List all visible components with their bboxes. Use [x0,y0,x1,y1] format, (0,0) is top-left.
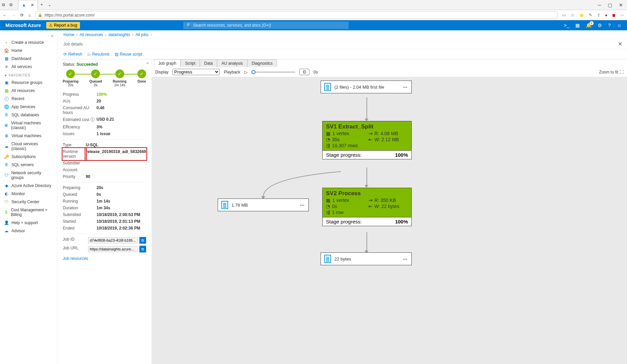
vm-icon: 🖥 [4,133,9,138]
new-tab-button[interactable]: + [40,2,46,8]
intermediate-file-node[interactable]: 1.78 MB⋯ [218,199,309,211]
crumb-allresources[interactable]: All resources [80,32,103,37]
share-icon[interactable]: ⇪ [597,13,600,18]
tab-group-icon2[interactable]: ⧉ [9,2,15,8]
playback-slider[interactable] [251,71,295,73]
input-file-node[interactable]: (2 files) - 2.04 MB first file⋯ [321,81,412,93]
tab-group-icon[interactable]: ⧉ [2,2,7,8]
node-menu-icon[interactable]: ⋯ [300,203,305,208]
nav-all-resources[interactable]: ▦All resources [0,87,57,95]
lock-icon: 🔒 [38,13,43,17]
nav-monitor[interactable]: ◐Monitor [0,190,57,198]
security-icon: 🛡 [4,200,9,204]
help-icon[interactable]: ? [608,23,611,28]
back-button[interactable]: ← [3,13,7,18]
tab-overflow-icon[interactable]: ⌄ [48,2,53,8]
job-url-field[interactable] [88,246,138,252]
resubmit-button[interactable]: ▷Resubmit [88,52,109,57]
nav-advisor[interactable]: ☁Advisor [0,227,57,235]
tab-au-analysis[interactable]: AU analysis [217,59,247,67]
display-select[interactable]: Progress [172,69,220,75]
node-menu-icon[interactable]: ⋯ [403,256,408,262]
tab-script[interactable]: Script [181,59,200,67]
notes-icon[interactable]: ✎ [589,13,592,18]
window-maximize[interactable]: ▢ [608,2,612,8]
nav-cost[interactable]: $Cost Management + Billing [0,206,57,219]
job-id-field[interactable] [88,237,138,243]
nav-security[interactable]: 🛡Security Center [0,198,57,206]
check-icon: ✓ [137,69,146,78]
favorites-bar-icon[interactable]: ⭐ [579,13,584,18]
forward-button[interactable]: → [11,13,16,18]
zoom-to-fit-button[interactable]: Zoom to fit ⛶ [599,70,624,74]
nav-home[interactable]: 🏠Home [0,47,57,55]
ext2-icon[interactable]: ◼ [612,13,616,18]
copy-icon[interactable]: ⧉ [139,237,146,244]
close-blade-button[interactable]: ✕ [618,41,622,47]
home-button[interactable]: ⌂ [28,13,31,18]
nav-dashboard[interactable]: ▦Dashboard [0,55,57,63]
summary-table-4: Job ID⧉ Job URL⧉ [63,236,146,253]
refresh-button[interactable]: ⟳ [20,13,24,18]
browser-tab[interactable]: ▲ ✕ [18,0,38,10]
graph-canvas[interactable]: (2 files) - 2.04 MB first file⋯ SV1 Extr… [152,77,627,364]
nav-nsg[interactable]: 🛡Network security groups [0,169,57,182]
copy-icon[interactable]: ⧉ [139,246,146,252]
reuse-script-button[interactable]: ▤Reuse script [115,52,142,57]
report-bug-button[interactable]: ⚠ Report a bug [46,22,80,29]
feedback-icon[interactable]: ☺ [617,23,622,28]
refresh-button[interactable]: ⟳Refresh [63,52,82,57]
nav-recent[interactable]: 🕘Recent [0,95,57,103]
more-icon[interactable]: ⋯ [620,13,624,18]
address-bar[interactable]: 🔒 https://ms.portal.azure.com/ [35,11,557,19]
monitor-icon: ◐ [4,191,9,196]
output-file-node[interactable]: 22 bytes⋯ [321,252,412,265]
cloud-shell-icon[interactable]: >_ [564,23,569,28]
key-icon: 🔑 [4,154,9,159]
nav-sql-servers[interactable]: 🛢SQL servers [0,161,57,169]
azure-logo[interactable]: Microsoft Azure [5,23,41,28]
nav-subscriptions[interactable]: 🔑Subscriptions [0,153,57,161]
tab-data[interactable]: Data [200,59,217,67]
reading-view-icon[interactable]: ▭ [562,13,566,18]
cost-icon: $ [4,210,8,215]
search-placeholder: Search resources, services, and docs (G+… [193,23,271,28]
notifications-icon[interactable]: 🔔1 [586,23,592,28]
sv1-node[interactable]: SV1 Extract_Split ▦1 vertex ⇥R: 4.08 MB … [322,121,412,159]
window-close[interactable]: ✕ [619,2,623,8]
playback-time-input[interactable] [299,69,309,75]
nav-aad[interactable]: ◆Azure Active Directory [0,182,57,190]
left-navigation: « ＋Create a resource 🏠Home ▦Dashboard ≡A… [0,30,57,364]
nav-cloud-classic[interactable]: ☁Cloud services (classic) [0,140,57,153]
node-menu-icon[interactable]: ⋯ [403,85,408,90]
crumb-account[interactable]: datainsights [108,32,130,37]
crumb-alljobs[interactable]: All jobs [135,32,148,37]
collapse-nav-button[interactable]: « [0,33,57,38]
sv2-node[interactable]: SV2 Process ▦1 vertex ⇥R: 350 KB ◔0s ⇤W:… [322,188,412,226]
collapse-details-button[interactable]: « [146,61,149,65]
nav-create-resource[interactable]: ＋Create a resource [0,38,57,47]
tab-close-button[interactable]: ✕ [31,3,34,7]
ext1-icon[interactable]: ● [605,13,607,18]
directory-icon[interactable]: ▦ [575,23,580,28]
job-resources-link[interactable]: Job resources [63,256,88,261]
global-search[interactable]: 🔍 Search resources, services, and docs (… [183,22,349,29]
azure-header: Microsoft Azure ⚠ Report a bug 🔍 Search … [0,20,627,30]
window-minimize[interactable]: ─ [598,2,601,8]
tab-diagnostics[interactable]: Diagnostics [247,59,277,67]
crumb-home[interactable]: Home [63,32,74,37]
tab-job-graph[interactable]: Job graph [154,59,181,67]
favorite-icon[interactable]: ☆ [571,13,574,18]
nav-sql-databases[interactable]: 🛢SQL databases [0,111,57,119]
settings-icon[interactable]: ⚙ [598,23,602,28]
nav-resource-groups[interactable]: ▣Resource groups [0,79,57,87]
nav-app-services[interactable]: 🌐App Services [0,103,57,111]
nav-all-services[interactable]: ≡All services [0,63,57,71]
advisor-icon: ☁ [4,229,9,233]
nav-help[interactable]: 👤Help + support [0,219,57,227]
graph-tabs: Job graph Script Data AU analysis Diagno… [152,59,627,67]
home-icon: 🏠 [4,48,9,53]
nav-vm-classic[interactable]: 🖥Virtual machines (classic) [0,119,57,132]
play-icon[interactable]: ▷ [244,70,247,74]
nav-vm[interactable]: 🖥Virtual machines [0,132,57,140]
